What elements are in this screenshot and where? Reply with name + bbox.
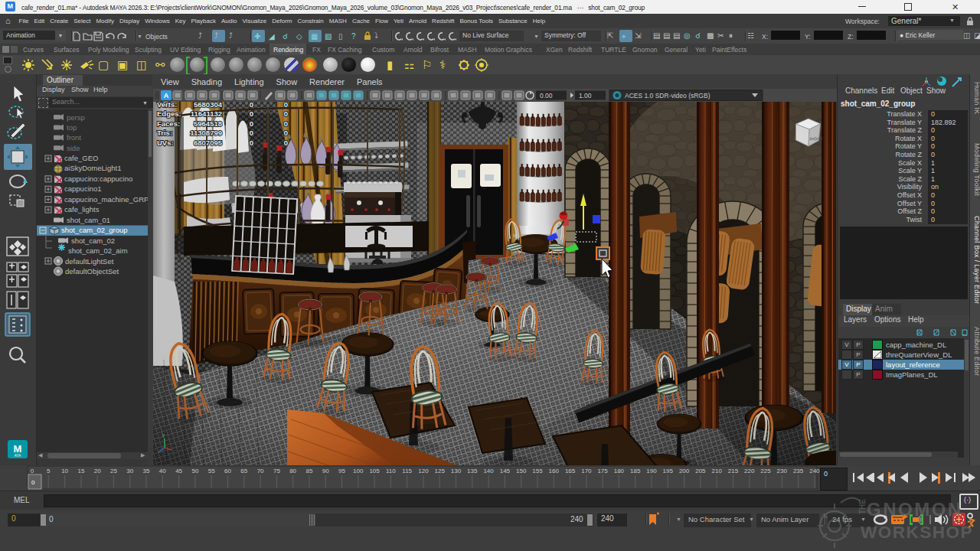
svg-text:UVs:: UVs: bbox=[157, 139, 174, 147]
svg-text:0: 0 bbox=[284, 109, 288, 118]
svg-text:11308799: 11308799 bbox=[190, 129, 222, 137]
svg-text:0: 0 bbox=[31, 468, 34, 474]
svg-text:AYA: AYA bbox=[15, 454, 21, 458]
svg-text:cappucino1: cappucino1 bbox=[64, 184, 102, 193]
svg-text:0: 0 bbox=[250, 102, 253, 109]
svg-text:cappucino:cappucino: cappucino:cappucino bbox=[64, 174, 132, 183]
svg-text:defaultObjectSet: defaultObjectSet bbox=[65, 267, 119, 276]
svg-text:75: 75 bbox=[273, 468, 280, 474]
svg-text:200: 200 bbox=[679, 468, 690, 474]
svg-text:6807095: 6807095 bbox=[194, 139, 223, 147]
svg-text:side: side bbox=[67, 144, 80, 152]
svg-text:15: 15 bbox=[77, 468, 84, 474]
svg-text:0: 0 bbox=[284, 129, 288, 137]
svg-text:180: 180 bbox=[614, 468, 625, 474]
svg-text:120: 120 bbox=[418, 468, 429, 474]
svg-text:A: A bbox=[164, 92, 169, 99]
svg-text:25: 25 bbox=[110, 468, 117, 474]
svg-text:215: 215 bbox=[728, 468, 739, 474]
svg-text:235: 235 bbox=[793, 468, 804, 474]
svg-text:cafe_GEO: cafe_GEO bbox=[64, 154, 98, 162]
svg-text:shot_cam_01: shot_cam_01 bbox=[67, 216, 110, 224]
svg-text:5: 5 bbox=[47, 468, 51, 474]
svg-text:105: 105 bbox=[369, 468, 380, 474]
svg-text:85: 85 bbox=[305, 468, 312, 474]
svg-text:175: 175 bbox=[597, 468, 608, 474]
svg-text:M: M bbox=[14, 443, 22, 455]
svg-text:front: front bbox=[67, 133, 81, 142]
svg-text:60: 60 bbox=[224, 468, 231, 474]
svg-text:115: 115 bbox=[402, 468, 412, 474]
svg-text:1.00: 1.00 bbox=[579, 92, 592, 99]
svg-text:0: 0 bbox=[250, 109, 253, 118]
svg-text:0: 0 bbox=[284, 139, 288, 147]
svg-text:30: 30 bbox=[126, 468, 133, 474]
svg-text:aiSkyDomeLight1: aiSkyDomeLight1 bbox=[64, 164, 121, 172]
svg-text:top: top bbox=[67, 123, 77, 132]
svg-text:90: 90 bbox=[322, 468, 329, 474]
svg-text:0: 0 bbox=[250, 129, 253, 137]
svg-text:0: 0 bbox=[284, 119, 288, 128]
svg-text:0: 0 bbox=[250, 119, 253, 128]
svg-text:150: 150 bbox=[516, 468, 527, 474]
svg-text:65: 65 bbox=[240, 468, 247, 474]
svg-text:160: 160 bbox=[549, 468, 560, 474]
svg-text:40: 40 bbox=[159, 468, 166, 474]
svg-text:Tris:: Tris: bbox=[157, 129, 172, 137]
svg-text:Verts:: Verts: bbox=[157, 102, 177, 109]
svg-text:10: 10 bbox=[61, 468, 68, 474]
svg-text:95: 95 bbox=[338, 468, 345, 474]
svg-text:205: 205 bbox=[695, 468, 706, 474]
svg-text:190: 190 bbox=[646, 468, 657, 474]
svg-text:130: 130 bbox=[451, 468, 462, 474]
svg-text:240: 240 bbox=[809, 468, 820, 474]
svg-text:persp: persp bbox=[67, 113, 85, 122]
svg-text:5964518: 5964518 bbox=[194, 119, 222, 128]
svg-text:0: 0 bbox=[284, 102, 288, 109]
svg-text:100: 100 bbox=[353, 468, 364, 474]
svg-text:0: 0 bbox=[31, 479, 35, 486]
svg-text:55: 55 bbox=[208, 468, 215, 474]
svg-text:35: 35 bbox=[143, 468, 150, 474]
svg-text:5680304: 5680304 bbox=[194, 102, 223, 109]
svg-text:165: 165 bbox=[565, 468, 576, 474]
svg-text:cafe_lights: cafe_lights bbox=[64, 205, 100, 214]
svg-text:0.00: 0.00 bbox=[540, 92, 553, 99]
svg-text:45: 45 bbox=[175, 468, 182, 474]
svg-text:225: 225 bbox=[760, 468, 771, 474]
svg-text:shot_cam_02: shot_cam_02 bbox=[71, 236, 115, 245]
svg-text:135: 135 bbox=[467, 468, 478, 474]
svg-text:210: 210 bbox=[712, 468, 723, 474]
svg-text:Edges:: Edges: bbox=[157, 109, 181, 118]
svg-text:220: 220 bbox=[744, 468, 755, 474]
svg-text:155: 155 bbox=[532, 468, 543, 474]
svg-text:20: 20 bbox=[94, 468, 101, 474]
svg-text:Faces:: Faces: bbox=[157, 119, 180, 128]
svg-text:80: 80 bbox=[289, 468, 296, 474]
svg-text:50: 50 bbox=[191, 468, 198, 474]
svg-text:shot_cam_02_group: shot_cam_02_group bbox=[61, 226, 128, 234]
svg-text:230: 230 bbox=[777, 468, 788, 474]
svg-text:11641132: 11641132 bbox=[191, 109, 222, 118]
svg-text:110: 110 bbox=[386, 468, 396, 474]
svg-text:defaultLightSet: defaultLightSet bbox=[65, 257, 114, 266]
svg-text:170: 170 bbox=[581, 468, 592, 474]
svg-text:125: 125 bbox=[435, 468, 446, 474]
svg-text:145: 145 bbox=[500, 468, 511, 474]
svg-text:195: 195 bbox=[663, 468, 674, 474]
svg-text:185: 185 bbox=[630, 468, 641, 474]
svg-text:shot_cam_02_aim: shot_cam_02_aim bbox=[68, 246, 128, 255]
svg-text:0: 0 bbox=[250, 139, 253, 147]
svg-text:70: 70 bbox=[257, 468, 264, 474]
svg-text:cappucino_machine_GRP: cappucino_machine_GRP bbox=[64, 195, 148, 204]
svg-text:140: 140 bbox=[483, 468, 494, 474]
svg-text:ACES 1.0 SDR-video (sRGB): ACES 1.0 SDR-video (sRGB) bbox=[625, 92, 710, 99]
